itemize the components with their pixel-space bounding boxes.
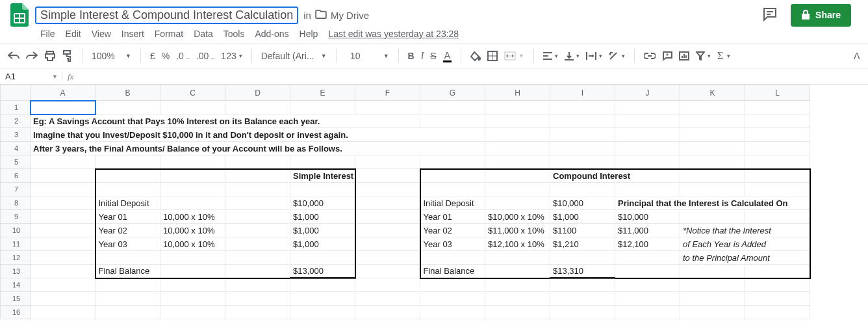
cell[interactable] bbox=[96, 169, 160, 183]
cell[interactable]: $10,000 bbox=[615, 210, 680, 224]
currency-button[interactable]: £ bbox=[150, 51, 155, 61]
text-color-button[interactable]: A bbox=[443, 50, 452, 62]
functions-button[interactable]: Σ▾ bbox=[717, 50, 730, 62]
cell[interactable]: $11,000 x 10% bbox=[485, 224, 550, 237]
menu-view[interactable]: View bbox=[92, 29, 111, 39]
last-edit-link[interactable]: Last edit was yesterday at 23:28 bbox=[328, 29, 459, 39]
bold-button[interactable]: B bbox=[408, 51, 415, 61]
spreadsheet-grid[interactable]: A B C D E F G H I J K L 1 2 Eg: A Saving… bbox=[0, 85, 811, 319]
formula-bar-input[interactable] bbox=[79, 71, 868, 82]
cell[interactable]: $10,000 x 10% bbox=[485, 210, 550, 224]
col-header[interactable]: H bbox=[485, 85, 550, 101]
italic-button[interactable]: I bbox=[421, 51, 424, 61]
cell[interactable]: $1100 bbox=[550, 224, 615, 237]
cell[interactable]: $1,000 bbox=[290, 237, 355, 251]
row-header[interactable]: 6 bbox=[1, 169, 31, 183]
col-header[interactable]: K bbox=[680, 85, 745, 101]
col-header[interactable]: J bbox=[615, 85, 680, 101]
font-select[interactable]: Default (Ari...▼ bbox=[261, 51, 327, 61]
share-button[interactable]: Share bbox=[791, 4, 851, 27]
valign-button[interactable]: ▾ bbox=[565, 51, 580, 60]
sheets-logo[interactable] bbox=[6, 2, 32, 28]
cell[interactable] bbox=[31, 101, 96, 114]
chart-button[interactable] bbox=[679, 51, 689, 60]
cell[interactable]: 10,000 x 10% bbox=[160, 224, 225, 237]
menu-tools[interactable]: Tools bbox=[223, 29, 245, 39]
menu-addons[interactable]: Add-ons bbox=[255, 29, 288, 39]
col-header[interactable]: A bbox=[31, 85, 96, 101]
col-header[interactable]: F bbox=[355, 85, 420, 101]
menu-edit[interactable]: Edit bbox=[66, 29, 81, 39]
rotate-button[interactable]: ▾ bbox=[609, 51, 625, 60]
col-header[interactable]: E bbox=[290, 85, 355, 101]
cell[interactable]: Year 03 bbox=[420, 237, 485, 251]
redo-icon[interactable] bbox=[26, 51, 38, 60]
row-header[interactable]: 2 bbox=[1, 114, 31, 128]
cell[interactable]: 10,000 x 10% bbox=[160, 237, 225, 251]
cell[interactable]: Simple Interest bbox=[290, 169, 355, 183]
cell[interactable]: $1,000 bbox=[550, 210, 615, 224]
row-header[interactable]: 4 bbox=[1, 142, 31, 155]
filter-button[interactable]: ▾ bbox=[696, 51, 711, 60]
percent-button[interactable]: % bbox=[162, 51, 170, 61]
comment-history-icon[interactable] bbox=[762, 7, 778, 23]
collapse-toolbar-icon[interactable]: ᐱ bbox=[854, 51, 860, 61]
cell[interactable]: Imagine that you Invest/Deposit $10,000 … bbox=[31, 128, 485, 142]
decrease-decimal-button[interactable]: .0_ bbox=[176, 51, 190, 61]
print-icon[interactable] bbox=[44, 51, 56, 61]
col-header[interactable]: D bbox=[225, 85, 290, 101]
comment-button[interactable] bbox=[662, 51, 672, 60]
menu-file[interactable]: File bbox=[40, 29, 55, 39]
increase-decimal-button[interactable]: .00_ bbox=[196, 51, 214, 61]
cell[interactable]: to the Principal Amount bbox=[680, 251, 810, 265]
cell[interactable]: $1,000 bbox=[290, 210, 355, 224]
cell[interactable]: After 3 years, the Final Amounts/ Balanc… bbox=[31, 142, 485, 155]
cell[interactable]: $12,100 bbox=[615, 237, 680, 251]
cell[interactable]: Year 02 bbox=[96, 224, 160, 237]
halign-button[interactable]: ▾ bbox=[543, 52, 558, 60]
row-header[interactable]: 7 bbox=[1, 183, 31, 196]
menu-format[interactable]: Format bbox=[155, 29, 183, 39]
cell[interactable]: $12,100 x 10% bbox=[485, 237, 550, 251]
doc-title-input[interactable]: Simple Interest & Compound Interest Calc… bbox=[35, 7, 298, 24]
folder-icon[interactable] bbox=[315, 10, 327, 21]
select-all-corner[interactable] bbox=[1, 85, 31, 101]
cell[interactable]: *Notice that the Interest bbox=[680, 224, 810, 237]
font-size-select[interactable]: 10▼ bbox=[346, 51, 389, 61]
cell[interactable]: Year 01 bbox=[420, 210, 485, 224]
strike-button[interactable]: S bbox=[430, 51, 436, 61]
cell[interactable]: $1,000 bbox=[290, 224, 355, 237]
cell[interactable]: $13,310 bbox=[550, 265, 615, 278]
cell[interactable]: Year 03 bbox=[96, 237, 160, 251]
row-header[interactable]: 14 bbox=[1, 278, 31, 292]
number-format-select[interactable]: 123▾ bbox=[221, 51, 242, 61]
row-header[interactable]: 3 bbox=[1, 128, 31, 142]
zoom-select[interactable]: 100%▼ bbox=[92, 51, 131, 61]
row-header[interactable]: 1 bbox=[1, 101, 31, 114]
undo-icon[interactable] bbox=[8, 51, 19, 60]
row-header[interactable]: 11 bbox=[1, 237, 31, 251]
cell[interactable]: Compound Interest bbox=[550, 169, 680, 183]
cell[interactable]: Year 02 bbox=[420, 224, 485, 237]
paint-format-icon[interactable] bbox=[62, 50, 73, 62]
cell[interactable]: Final Balance bbox=[96, 265, 160, 278]
col-header[interactable]: G bbox=[420, 85, 485, 101]
cell[interactable]: Year 01 bbox=[96, 210, 160, 224]
cell[interactable]: $13,000 bbox=[290, 265, 355, 278]
cell[interactable]: $10,000 bbox=[290, 196, 355, 210]
cell[interactable]: Final Balance bbox=[420, 265, 485, 278]
borders-button[interactable] bbox=[487, 51, 498, 61]
row-header[interactable]: 8 bbox=[1, 196, 31, 210]
row-header[interactable]: 10 bbox=[1, 224, 31, 237]
row-header[interactable]: 15 bbox=[1, 292, 31, 306]
col-header[interactable]: I bbox=[550, 85, 615, 101]
merge-button[interactable]: ▼ bbox=[504, 51, 524, 60]
link-button[interactable] bbox=[644, 53, 656, 59]
fill-color-button[interactable] bbox=[470, 51, 481, 61]
wrap-button[interactable]: ▾ bbox=[586, 52, 602, 60]
row-header[interactable]: 5 bbox=[1, 155, 31, 169]
col-header[interactable]: C bbox=[160, 85, 225, 101]
col-header[interactable]: B bbox=[96, 85, 160, 101]
menu-help[interactable]: Help bbox=[300, 29, 318, 39]
row-header[interactable]: 16 bbox=[1, 306, 31, 319]
